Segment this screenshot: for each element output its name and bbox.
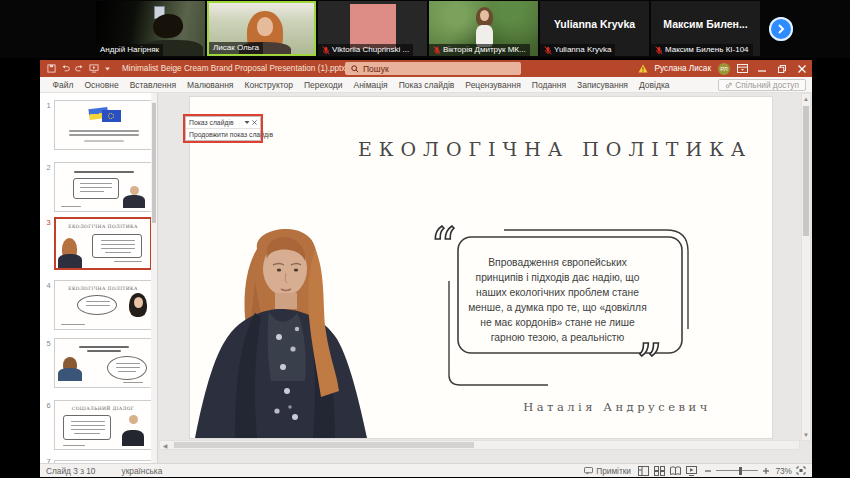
- participant-tile-viktoriia-ch[interactable]: Viktoriia Chuprinski ...: [318, 1, 427, 56]
- thumbnail-number-selected: 3: [44, 218, 53, 227]
- participant-name: Вікторія Дмитрук МК...: [443, 45, 526, 55]
- participant-tile-yulianna[interactable]: Yulianna Kryvka Yulianna Kryvka: [540, 1, 649, 56]
- thumbnail-person: [122, 430, 144, 446]
- tab-view[interactable]: Подання: [526, 80, 571, 90]
- horizontal-scrollbar[interactable]: ◀: [159, 440, 800, 450]
- tab-help[interactable]: Довідка: [633, 80, 675, 90]
- participant-tile-maksym[interactable]: Максим Билен... Максим Билень КІ-104: [651, 1, 760, 56]
- current-slide-canvas[interactable]: ЕКОЛОГІЧНА ПОЛІТИКА: [190, 97, 772, 438]
- participant-name-label: Yulianna Kryvka: [540, 44, 615, 56]
- zoom-out-icon[interactable]: [704, 467, 712, 475]
- participant-name-label: Андрій Нагірняк: [96, 44, 163, 56]
- undo-icon[interactable]: [61, 64, 70, 73]
- participant-name: Лисак Ольга: [213, 43, 259, 53]
- slideshow-popup: Показ слайдів Продовжити показ слайдів: [185, 116, 261, 141]
- title-bar: Minimalist Beige Cream Brand Proposal Pr…: [40, 60, 812, 77]
- slideshow-view-icon[interactable]: [686, 466, 697, 476]
- tab-transitions[interactable]: Переходи: [298, 80, 348, 90]
- thumbnail-text-line: [69, 134, 139, 136]
- language-indicator[interactable]: українська: [122, 466, 163, 476]
- presenter-photo: [195, 221, 367, 438]
- zoom-level[interactable]: 73%: [774, 466, 792, 476]
- save-icon[interactable]: [47, 64, 56, 73]
- slide-thumbnail-1[interactable]: [54, 100, 152, 150]
- close-button[interactable]: [795, 61, 808, 76]
- tab-file[interactable]: Файл: [47, 80, 79, 90]
- redo-icon[interactable]: [75, 64, 84, 73]
- thumbnail-text-line: [114, 261, 142, 263]
- slide-thumbnail-3-selected[interactable]: ЕКОЛОГІЧНА ПОЛІТИКА: [54, 217, 152, 270]
- thumbnail-text-line: [69, 130, 139, 132]
- reading-view-icon[interactable]: [670, 466, 681, 476]
- participant-tile-lysak-olha-active[interactable]: Лисак Ольга: [207, 1, 316, 56]
- slide-thumbnail-4[interactable]: ЕКОЛОГІЧНА ПОЛІТИКА: [54, 280, 152, 330]
- fit-to-window-icon[interactable]: [796, 466, 806, 475]
- slide-thumbnail-2[interactable]: [54, 162, 152, 212]
- participant-silhouette: [257, 17, 273, 36]
- thumbnail-text-line: [63, 445, 85, 447]
- tab-home[interactable]: Основне: [79, 80, 124, 90]
- quote-author: Наталія Андрусевич: [497, 400, 737, 414]
- next-page-participants-button[interactable]: [769, 17, 793, 41]
- scroll-up-icon[interactable]: ▲: [802, 95, 810, 103]
- tab-slideshow[interactable]: Показ слайдів: [393, 80, 460, 90]
- thumbnail-title-line: [74, 171, 134, 173]
- signed-in-user-name[interactable]: Руслана Лисак: [655, 64, 711, 73]
- muted-mic-icon: [433, 46, 441, 55]
- vertical-scrollbar[interactable]: ▲ ▼: [801, 93, 811, 441]
- slide-title: ЕКОЛОГІЧНА ПОЛІТИКА: [340, 138, 770, 160]
- slide-thumbnail-6[interactable]: СОЦІАЛЬНИЙ ДІАЛОГ: [54, 400, 152, 450]
- participant-name-label: Максим Билень КІ-104: [651, 44, 753, 56]
- search-placeholder: Пошук: [363, 64, 389, 74]
- zoom-in-icon[interactable]: [762, 467, 770, 475]
- zoom-slider[interactable]: [716, 466, 758, 475]
- scroll-down-icon[interactable]: ▼: [802, 431, 810, 439]
- popup-dropdown-icon[interactable]: [244, 120, 250, 125]
- normal-view-icon[interactable]: [638, 466, 649, 476]
- thumbnail-number: 2: [44, 163, 53, 172]
- slide-sorter-view-icon[interactable]: [654, 466, 665, 476]
- restore-button[interactable]: [775, 61, 788, 76]
- closing-quote-icon: ”: [636, 343, 663, 383]
- participant-name: Yulianna Kryvka: [554, 45, 611, 55]
- status-bar: Слайд 3 з 10 українська Примітки 7: [40, 463, 812, 477]
- restore-icon: [778, 65, 786, 73]
- thumbnail-panel-scrollbar[interactable]: [151, 93, 157, 463]
- scroll-left-icon[interactable]: ◀: [160, 442, 170, 449]
- slide-thumbnail-5[interactable]: [54, 338, 152, 388]
- participant-tile-viktoriia-d[interactable]: Вікторія Дмитрук МК...: [429, 1, 538, 56]
- user-avatar[interactable]: РЛ: [718, 63, 730, 75]
- tab-draw[interactable]: Малювання: [182, 80, 239, 90]
- popup-close-icon[interactable]: [252, 120, 257, 125]
- minimize-button[interactable]: [755, 61, 768, 76]
- thumbnail-quote-box: [92, 234, 142, 258]
- screen: Андрій Нагірняк Лисак Ольга Viktoriia Ch…: [0, 0, 850, 478]
- license-warning-icon: [638, 64, 648, 73]
- customize-qat-chevron-icon[interactable]: [104, 65, 111, 72]
- thumbnail-speech-bubble: [107, 356, 147, 380]
- participant-name-label: Вікторія Дмитрук МК...: [429, 44, 530, 56]
- thumbnail-quote-box: [73, 178, 119, 199]
- thumbnail-text-line: [61, 206, 81, 208]
- start-slideshow-icon[interactable]: [89, 64, 99, 73]
- tab-animations[interactable]: Анімація: [348, 80, 393, 90]
- thumbnail-text-line: [123, 382, 143, 384]
- share-button[interactable]: Спільний доступ: [718, 79, 806, 91]
- participant-tile-andriy[interactable]: Андрій Нагірняк: [96, 1, 205, 56]
- thumbnail-number: 5: [44, 339, 53, 348]
- search-input[interactable]: Пошук: [345, 62, 521, 75]
- ribbon-display-options-icon[interactable]: [737, 64, 748, 73]
- close-icon: [798, 65, 806, 73]
- thumbnail-title: ЕКОЛОГІЧНА ПОЛІТИКА: [55, 286, 151, 291]
- tab-insert[interactable]: Вставлення: [124, 80, 181, 90]
- tab-design[interactable]: Конструктор: [239, 80, 298, 90]
- resume-slideshow-item[interactable]: Продовжити показ слайдів: [186, 129, 260, 140]
- tab-recording[interactable]: Записування: [572, 80, 634, 90]
- minimize-icon: [758, 65, 766, 73]
- notes-toggle[interactable]: Примітки: [584, 466, 631, 476]
- tab-review[interactable]: Рецензування: [460, 80, 526, 90]
- slide-editor-area: ЕКОЛОГІЧНА ПОЛІТИКА: [159, 93, 812, 463]
- search-icon: [351, 65, 359, 73]
- powerpoint-window: Minimalist Beige Cream Brand Proposal Pr…: [40, 60, 812, 477]
- participant-name-label: Лисак Ольга: [209, 42, 263, 54]
